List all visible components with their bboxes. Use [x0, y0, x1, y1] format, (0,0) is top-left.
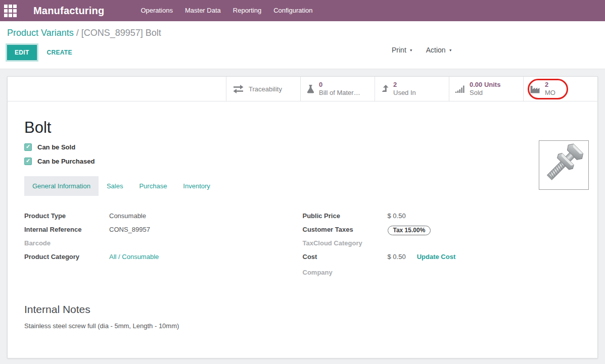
apps-menu-button[interactable] — [0, 0, 20, 21]
stat-button-traceability[interactable]: Traceability — [226, 77, 300, 101]
stat-button-bar: Traceability 0 Bill of Mater… 2 Used In — [8, 77, 597, 101]
can-be-purchased-checkbox[interactable] — [24, 158, 32, 165]
notebook-tabs: General Information Sales Purchase Inven… — [24, 176, 581, 196]
product-image[interactable] — [539, 140, 589, 190]
field-product-type: Product Type Consumable — [24, 211, 303, 225]
level-up-icon — [381, 85, 389, 93]
tax-tag[interactable]: Tax 15.00% — [388, 226, 431, 235]
cost-value: $ 0.50 — [388, 253, 406, 261]
field-value: $ 0.50 — [388, 211, 406, 220]
stat-label: Bill of Mater… — [319, 89, 360, 97]
nav-menu-master-data[interactable]: Master Data — [179, 0, 227, 21]
tab-sales[interactable]: Sales — [99, 176, 131, 196]
field-label: Internal Reference — [24, 225, 109, 233]
can-be-sold-checkbox[interactable] — [24, 143, 32, 151]
can-be-sold-row: Can be Sold — [24, 143, 581, 151]
app-title[interactable]: Manufacturing — [33, 5, 104, 17]
stat-value: 0.00 Units — [470, 81, 500, 89]
control-panel: Product Variants / [CONS_89957] Bolt EDI… — [0, 21, 605, 69]
stat-value: 0 — [319, 81, 360, 89]
can-be-purchased-row: Can be Purchased — [24, 158, 581, 165]
stat-label: Used In — [393, 89, 416, 97]
internal-notes-heading: Internal Notes — [24, 303, 581, 316]
field-label: Product Category — [24, 252, 109, 261]
stat-value: 2 — [393, 81, 416, 89]
signal-icon — [455, 85, 465, 93]
stat-button-bom[interactable]: 0 Bill of Mater… — [300, 77, 375, 101]
stat-button-mo[interactable]: 2 MO — [523, 77, 597, 101]
field-label: Cost — [303, 252, 388, 261]
tab-inventory[interactable]: Inventory — [175, 176, 218, 196]
tab-general-information[interactable]: General Information — [24, 176, 99, 196]
bolt-photo-icon — [539, 141, 588, 189]
field-public-price: Public Price $ 0.50 — [303, 211, 581, 225]
nav-menus: Operations Master Data Reporting Configu… — [134, 0, 318, 21]
field-product-category: Product Category All / Consumable — [24, 252, 303, 266]
field-cost: Cost $ 0.50 Update Cost — [303, 252, 581, 268]
nav-menu-configuration[interactable]: Configuration — [267, 0, 318, 21]
action-dropdown[interactable]: Action — [426, 46, 452, 54]
flask-icon — [307, 84, 314, 93]
factory-icon — [530, 85, 540, 93]
field-label: Company — [303, 268, 388, 276]
field-grid: Product Type Consumable Internal Referen… — [24, 211, 581, 281]
field-column-right: Public Price $ 0.50 Customer Taxes Tax 1… — [303, 211, 581, 281]
edit-button[interactable]: EDIT — [7, 45, 37, 60]
breadcrumb-parent-link[interactable]: Product Variants — [7, 28, 74, 38]
stat-label: MO — [545, 89, 555, 97]
field-label: TaxCloud Category — [303, 238, 388, 247]
field-value: Consumable — [109, 211, 146, 220]
create-button[interactable]: CREATE — [47, 49, 72, 56]
checkbox-label: Can be Sold — [37, 143, 75, 151]
stat-button-sold[interactable]: 0.00 Units Sold — [449, 77, 523, 101]
stat-label: Traceability — [249, 85, 282, 93]
nav-menu-reporting[interactable]: Reporting — [227, 0, 267, 21]
apps-grid-icon — [4, 5, 17, 17]
field-company: Company — [303, 268, 581, 281]
field-customer-taxes: Customer Taxes Tax 15.00% — [303, 225, 581, 238]
field-internal-reference: Internal Reference CONS_89957 — [24, 225, 303, 238]
nav-menu-operations[interactable]: Operations — [134, 0, 179, 21]
field-label: Product Type — [24, 211, 109, 220]
breadcrumb-current: [CONS_89957] Bolt — [81, 28, 161, 38]
field-value: CONS_89957 — [109, 225, 150, 233]
print-dropdown[interactable]: Print — [392, 46, 413, 54]
form-body: Bolt Can be Sold Can be Purchased — [8, 101, 597, 330]
top-navbar: Manufacturing Operations Master Data Rep… — [0, 0, 605, 21]
stat-label: Sold — [470, 89, 500, 97]
tab-purchase[interactable]: Purchase — [131, 176, 175, 196]
internal-notes-text: Stainless steel screw full (dia - 5mm, L… — [24, 322, 581, 330]
checkbox-label: Can be Purchased — [37, 158, 95, 165]
form-sheet: Traceability 0 Bill of Mater… 2 Used In — [7, 76, 598, 358]
field-label: Public Price — [303, 211, 388, 220]
internal-notes-section: Internal Notes Stainless steel screw ful… — [24, 303, 581, 330]
field-label: Barcode — [24, 238, 109, 247]
field-taxcloud-category: TaxCloud Category — [303, 238, 581, 252]
update-cost-button[interactable]: Update Cost — [417, 253, 456, 261]
breadcrumb: Product Variants / [CONS_89957] Bolt — [7, 28, 597, 38]
stat-button-used-in[interactable]: 2 Used In — [375, 77, 449, 101]
field-barcode: Barcode — [24, 238, 303, 252]
field-label: Customer Taxes — [303, 225, 388, 233]
stat-value: 2 — [545, 81, 555, 89]
field-column-left: Product Type Consumable Internal Referen… — [24, 211, 303, 281]
breadcrumb-separator: / — [74, 28, 81, 38]
product-category-link[interactable]: All / Consumable — [109, 252, 159, 261]
product-title: Bolt — [24, 101, 581, 137]
exchange-icon — [232, 85, 244, 93]
